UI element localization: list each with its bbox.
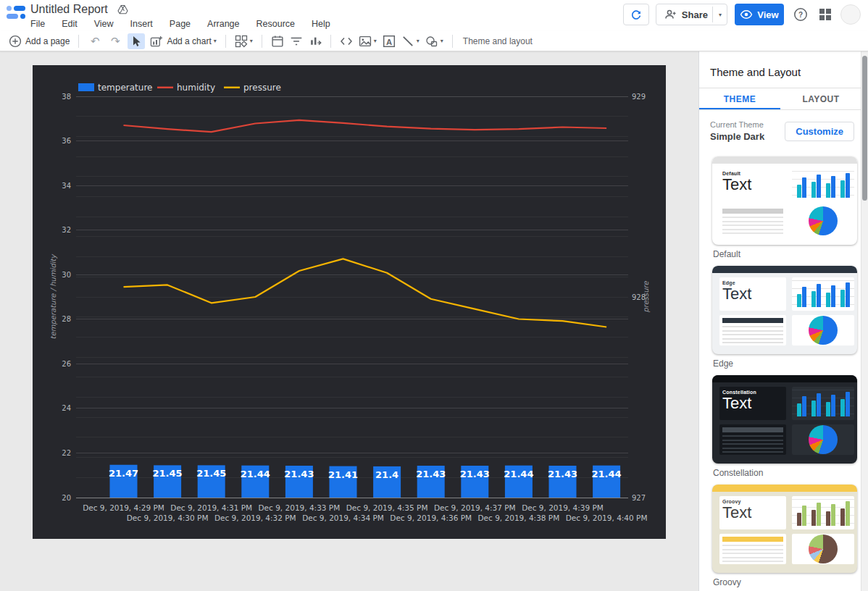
embed-code-icon [340,35,353,48]
image-button[interactable]: ▾ [356,33,380,49]
menu-insert[interactable]: Insert [130,19,153,29]
combo-chart-svg: 21.4721.4521.4521.4421.4321.4121.421.432… [33,65,666,539]
help-button[interactable]: ? [791,5,810,24]
svg-text:21.47: 21.47 [109,468,138,479]
theme-card-mini-piechart [792,206,854,236]
theme-card-mini-piechart [792,424,854,455]
theme-card-textblock: Default Text [719,168,786,201]
svg-text:Dec 9, 2019, 4:33 PM: Dec 9, 2019, 4:33 PM [259,503,341,512]
tab-theme[interactable]: THEME [699,88,780,109]
theme-and-layout-button[interactable]: Theme and layout [463,36,533,46]
select-cursor-button[interactable] [128,33,145,49]
theme-card-label: Edge [713,359,861,369]
community-visualizations-button[interactable]: ▾ [232,33,256,49]
theme-list: Default Text Default Edge Text [699,151,861,591]
redo-icon: ↷ [108,35,122,48]
add-chart-button[interactable]: Add a chart ▾ [147,33,219,49]
apps-grid-button[interactable] [816,5,835,24]
menu-page[interactable]: Page [170,19,191,29]
add-page-icon [9,35,22,48]
embed-url-button[interactable] [337,33,356,49]
share-label: Share [682,9,708,20]
menu-bar: File Edit View Insert Page Arrange Resou… [30,19,347,29]
data-studio-app: Untitled Report File Edit View Insert Pa… [0,0,868,591]
theme-card-label: Constellation [713,468,861,478]
menu-view[interactable]: View [94,19,114,29]
theme-card-textlines [719,206,786,236]
svg-text:21.41: 21.41 [328,469,358,480]
apps-grid-icon [819,8,832,21]
svg-text:929: 929 [632,93,646,101]
menu-edit[interactable]: Edit [62,19,78,29]
svg-text:36: 36 [62,137,71,145]
theme-card-textlines [719,424,786,455]
panel-scrollbar-thumb[interactable] [862,56,867,201]
user-avatar[interactable] [840,4,861,25]
x-axis-labels: Dec 9, 2019, 4:29 PMDec 9, 2019, 4:30 PM… [83,503,647,522]
shape-button[interactable]: ▾ [422,33,446,49]
right-axis-title: pressure [642,281,651,313]
svg-text:26: 26 [62,360,71,368]
data-control-icon [309,35,322,48]
calendar-icon [271,35,284,48]
tab-layout[interactable]: LAYOUT [780,88,861,109]
line-button[interactable]: ▾ [398,33,422,49]
image-icon [359,35,372,48]
customize-button[interactable]: Customize [785,122,854,141]
svg-text:24: 24 [62,404,71,412]
svg-text:Dec 9, 2019, 4:34 PM: Dec 9, 2019, 4:34 PM [302,514,384,522]
svg-text:Dec 9, 2019, 4:31 PM: Dec 9, 2019, 4:31 PM [170,503,252,512]
panel-tabs: THEME LAYOUT [699,88,861,110]
theme-card-sample-text: Text [722,285,785,302]
svg-text:Dec 9, 2019, 4:37 PM: Dec 9, 2019, 4:37 PM [434,503,516,512]
app-header: Untitled Report File Edit View Insert Pa… [0,0,868,31]
svg-text:22: 22 [62,449,71,457]
data-control-button[interactable] [306,33,325,49]
combo-chart[interactable]: 21.4721.4521.4521.4421.4321.4121.421.432… [33,65,666,539]
gridlines [76,96,628,498]
theme-card-textblock: Groovy Text [719,496,786,529]
image-caret: ▾ [374,38,377,44]
theme-card[interactable]: Edge Text [712,266,857,354]
eye-icon [740,9,753,20]
theme-card-textblock: Edge Text [719,277,786,311]
report-title[interactable]: Untitled Report [30,3,108,16]
undo-button[interactable]: ↶ [85,33,105,49]
share-dropdown-caret[interactable]: ▾ [712,7,725,22]
panel-title: Theme and Layout [699,51,861,88]
toolbar: Add a page ↶ ↷ Add a chart ▾ [0,31,868,51]
svg-text:Dec 9, 2019, 4:40 PM: Dec 9, 2019, 4:40 PM [566,514,648,522]
svg-text:21.43: 21.43 [548,469,577,479]
view-button[interactable]: View [735,4,784,25]
community-visualizations-caret: ▾ [250,38,253,44]
refresh-data-button[interactable] [623,4,649,25]
svg-text:21.45: 21.45 [153,468,183,479]
view-label: View [757,9,778,20]
data-studio-logo-icon[interactable] [7,5,25,21]
theme-card[interactable]: Constellation Text [712,375,857,464]
menu-arrange[interactable]: Arrange [207,19,239,29]
redo-button[interactable]: ↷ [105,33,125,49]
panel-scrollbar[interactable] [861,51,868,591]
svg-text:Dec 9, 2019, 4:32 PM: Dec 9, 2019, 4:32 PM [214,514,296,522]
theme-card[interactable]: Groovy Text [712,485,857,573]
svg-text:Dec 9, 2019, 4:38 PM: Dec 9, 2019, 4:38 PM [478,514,560,522]
date-range-button[interactable] [268,33,287,49]
menu-help[interactable]: Help [312,19,330,29]
add-page-button[interactable]: Add a page [6,33,72,49]
menu-resource[interactable]: Resource [256,19,296,29]
share-button[interactable]: Share ▾ [656,4,727,25]
svg-text:34: 34 [62,182,71,190]
menu-file[interactable]: File [30,19,45,29]
theme-card[interactable]: Default Text [712,156,857,245]
pie-icon [809,206,838,235]
svg-text:21.44: 21.44 [504,469,533,479]
cursor-icon [131,35,141,47]
text-button[interactable]: A [380,33,398,49]
theme-card-label: Groovy [713,577,861,587]
svg-text:21.43: 21.43 [460,469,490,479]
filter-control-button[interactable] [287,33,306,49]
svg-text:21.44: 21.44 [241,469,270,479]
add-chart-caret: ▾ [214,38,217,44]
svg-text:21.44: 21.44 [592,469,622,479]
